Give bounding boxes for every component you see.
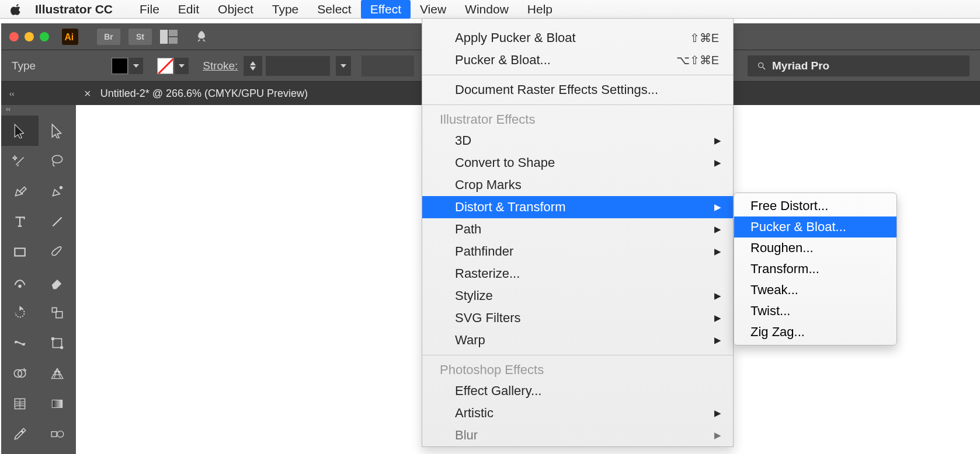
window-controls	[9, 32, 49, 41]
svg-point-15	[23, 344, 25, 345]
menu-effect[interactable]: Effect	[361, 0, 411, 19]
shaper-tool[interactable]	[1, 267, 39, 298]
bridge-chip[interactable]: Br	[97, 29, 120, 45]
svg-point-18	[60, 346, 62, 348]
selection-type-label: Type	[12, 60, 36, 72]
stroke-swatch[interactable]	[157, 58, 173, 74]
blend-tool[interactable]	[39, 419, 76, 449]
zoom-button[interactable]	[40, 32, 49, 41]
submenu-tweak[interactable]: Tweak...	[734, 280, 896, 301]
menu-3d[interactable]: 3D	[422, 130, 733, 152]
close-button[interactable]	[9, 32, 19, 41]
brush-definition[interactable]	[362, 55, 414, 76]
lasso-tool[interactable]	[39, 146, 76, 176]
menu-separator	[422, 75, 733, 75]
menu-pathfinder[interactable]: Pathfinder	[422, 240, 733, 263]
menu-help[interactable]: Help	[518, 0, 562, 19]
scale-tool[interactable]	[39, 298, 76, 328]
menu-blur[interactable]: Blur	[422, 424, 733, 446]
stroke-label[interactable]: Stroke:	[203, 60, 238, 72]
submenu-twist[interactable]: Twist...	[734, 301, 896, 322]
svg-point-7	[52, 155, 62, 163]
submenu-pucker-bloat[interactable]: Pucker & Bloat...	[734, 216, 896, 238]
font-family-field[interactable]: Myriad Pro	[748, 55, 969, 76]
document-tab-title[interactable]: Untitled-2* @ 266.6% (CMYK/GPU Preview)	[100, 88, 308, 100]
font-family-value: Myriad Pro	[772, 60, 829, 72]
eyedropper-tool[interactable]	[1, 419, 39, 449]
menu-select[interactable]: Select	[308, 0, 360, 19]
illustrator-logo-icon: Ai	[62, 29, 78, 45]
effect-menu-dropdown: Apply Pucker & Bloat ⇧⌘E Pucker & Bloat.…	[422, 19, 734, 447]
menu-edit[interactable]: Edit	[169, 0, 208, 19]
type-tool[interactable]	[1, 207, 39, 237]
svg-rect-16	[53, 338, 61, 347]
menu-warp[interactable]: Warp	[422, 329, 733, 351]
menu-section-photoshop: Photoshop Effects	[422, 359, 733, 380]
menu-raster-settings[interactable]: Document Raster Effects Settings...	[422, 79, 733, 101]
svg-line-6	[763, 67, 765, 69]
submenu-transform[interactable]: Transform...	[734, 259, 896, 280]
tab-close-button[interactable]: ×	[84, 87, 91, 100]
menu-rasterize[interactable]: Rasterize...	[422, 263, 733, 285]
stroke-dropdown[interactable]	[175, 58, 189, 74]
perspective-grid-tool[interactable]	[39, 358, 76, 389]
rotate-tool[interactable]	[1, 298, 39, 328]
menu-separator	[422, 355, 733, 355]
stroke-weight-dropdown[interactable]	[336, 56, 351, 76]
line-segment-tool[interactable]	[39, 207, 76, 237]
svg-text:Ai: Ai	[64, 32, 74, 42]
menu-convert-to-shape[interactable]: Convert to Shape	[422, 152, 733, 174]
svg-point-17	[51, 337, 54, 340]
eraser-tool[interactable]	[39, 267, 76, 298]
menu-crop-marks[interactable]: Crop Marks	[422, 174, 733, 196]
rectangle-tool[interactable]	[1, 237, 39, 267]
svg-rect-4	[169, 37, 178, 44]
direct-selection-tool[interactable]	[39, 116, 76, 146]
menu-artistic[interactable]: Artistic	[422, 402, 733, 424]
minimize-button[interactable]	[25, 32, 34, 41]
mesh-tool[interactable]	[1, 389, 39, 419]
menu-last-effect-options[interactable]: Pucker & Bloat... ⌥⇧⌘E	[422, 49, 733, 71]
submenu-zig-zag[interactable]: Zig Zag...	[734, 322, 896, 343]
menu-view[interactable]: View	[411, 0, 456, 19]
magic-wand-tool[interactable]	[1, 146, 39, 176]
svg-point-11	[19, 285, 21, 287]
submenu-roughen[interactable]: Roughen...	[734, 238, 896, 259]
arrange-documents-icon[interactable]	[160, 30, 178, 44]
menu-file[interactable]: File	[130, 0, 169, 19]
menu-distort-transform[interactable]: Distort & Transform	[422, 196, 733, 218]
gpu-rocket-icon[interactable]	[193, 30, 210, 44]
menu-section-illustrator: Illustrator Effects	[422, 109, 733, 130]
width-tool[interactable]	[1, 328, 39, 358]
free-transform-tool[interactable]	[39, 328, 76, 358]
distort-transform-submenu: Free Distort... Pucker & Bloat... Roughe…	[734, 193, 897, 345]
menu-effect-gallery[interactable]: Effect Gallery...	[422, 380, 733, 402]
stroke-weight-stepper[interactable]	[244, 56, 262, 76]
menu-type[interactable]: Type	[263, 0, 308, 19]
selection-tool[interactable]	[1, 116, 39, 146]
fill-swatch[interactable]	[112, 58, 128, 74]
stroke-weight-input[interactable]	[266, 56, 330, 76]
menu-svg-filters[interactable]: SVG Filters	[422, 307, 733, 329]
fill-dropdown[interactable]	[129, 58, 143, 74]
menu-stylize[interactable]: Stylize	[422, 285, 733, 307]
shape-builder-tool[interactable]	[1, 358, 39, 389]
menu-object[interactable]: Object	[208, 0, 263, 19]
menu-window[interactable]: Window	[456, 0, 518, 19]
panel-collapse-handle[interactable]: ‹‹	[9, 89, 20, 98]
tools-panel-handle[interactable]: ‹‹	[1, 105, 76, 116]
submenu-free-distort[interactable]: Free Distort...	[734, 195, 896, 216]
svg-rect-3	[169, 30, 178, 36]
svg-point-24	[57, 431, 64, 438]
svg-point-8	[60, 186, 62, 188]
svg-point-5	[759, 62, 763, 67]
tools-panel: ‹‹	[1, 105, 76, 454]
curvature-tool[interactable]	[39, 176, 76, 207]
stock-chip[interactable]: St	[128, 29, 152, 45]
apple-logo-icon	[11, 4, 22, 15]
pen-tool[interactable]	[1, 176, 39, 207]
menu-path[interactable]: Path	[422, 218, 733, 240]
menu-apply-last-effect[interactable]: Apply Pucker & Bloat ⇧⌘E	[422, 27, 733, 49]
paintbrush-tool[interactable]	[39, 237, 76, 267]
gradient-tool[interactable]	[39, 389, 76, 419]
